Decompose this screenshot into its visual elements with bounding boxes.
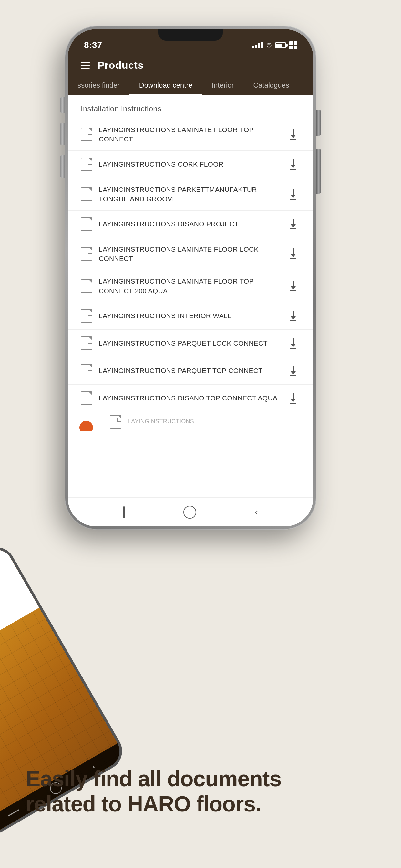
- status-icons: ⊜: [252, 41, 297, 50]
- bottom-nav: ‹: [68, 497, 313, 526]
- document-icon: [81, 309, 92, 322]
- tagline: Easily find all documents related to HAR…: [26, 766, 375, 816]
- download-button[interactable]: [286, 391, 300, 405]
- document-icon: [81, 158, 92, 171]
- wifi-icon: ⊜: [266, 41, 272, 50]
- phone-main: 8:37 ⊜: [65, 26, 316, 530]
- nav-home-icon[interactable]: [183, 506, 196, 519]
- battery-icon: [275, 42, 286, 48]
- list-item: LAYINGINSTRUCTIONS LAMINATE FLOOR TOP CO…: [68, 270, 313, 302]
- content-area[interactable]: Installation instructions LAYINGINSTRUCT…: [68, 95, 313, 497]
- page-title: Products: [97, 59, 144, 71]
- document-list: LAYINGINSTRUCTIONS LAMINATE FLOOR TOP CO…: [68, 119, 313, 431]
- document-name: LAYINGINSTRUCTIONS PARKETTMANUFAKTUR TON…: [99, 185, 280, 204]
- hamburger-menu-button[interactable]: [81, 62, 90, 69]
- app-header: Products: [68, 55, 313, 76]
- document-name: LAYINGINSTRUCTIONS CORK FLOOR: [99, 159, 280, 169]
- tab-catalogues[interactable]: Catalogues: [243, 76, 299, 95]
- list-item: LAYINGINSTRUCTIONS PARKETTMANUFAKTUR TON…: [68, 178, 313, 211]
- document-icon: [81, 337, 92, 350]
- document-name: LAYINGINSTRUCTIONS DISANO TOP CONNECT AQ…: [99, 393, 280, 403]
- list-item-partial: LAYINGINSTRUCTIONS...: [68, 412, 313, 431]
- document-icon: [110, 415, 121, 429]
- nav-lines-icon: [7, 809, 19, 817]
- phone-screen: 8:37 ⊜: [68, 29, 313, 526]
- nav-lines-icon: [123, 506, 125, 518]
- document-name: LAYINGINSTRUCTIONS LAMINATE FLOOR LOCK C…: [99, 244, 280, 264]
- tagline-line2: related to HARO floors.: [26, 792, 261, 816]
- download-button[interactable]: [286, 309, 300, 323]
- list-item: LAYINGINSTRUCTIONS LAMINATE FLOOR LOCK C…: [68, 238, 313, 270]
- download-button[interactable]: [286, 127, 300, 142]
- document-icon: [81, 279, 92, 293]
- list-item: LAYINGINSTRUCTIONS INTERIOR WALL: [68, 302, 313, 330]
- document-name: LAYINGINSTRUCTIONS DISANO PROJECT: [99, 219, 280, 228]
- download-button[interactable]: [286, 336, 300, 350]
- document-icon: [81, 364, 92, 377]
- list-item: LAYINGINSTRUCTIONS CORK FLOOR: [68, 151, 313, 178]
- tab-download-centre[interactable]: Download centre: [129, 76, 202, 95]
- notch: [158, 29, 223, 41]
- tab-interior[interactable]: Interior: [202, 76, 243, 95]
- download-button[interactable]: [286, 247, 300, 261]
- tab-accessories-finder[interactable]: ssories finder: [68, 76, 129, 95]
- document-name: LAYINGINSTRUCTIONS LAMINATE FLOOR TOP CO…: [99, 125, 280, 144]
- tagline-line1: Easily find all documents: [26, 766, 281, 791]
- download-button[interactable]: [286, 157, 300, 172]
- list-item: LAYINGINSTRUCTIONS PARQUET LOCK CONNECT: [68, 330, 313, 357]
- document-icon: [81, 217, 92, 231]
- list-item: LAYINGINSTRUCTIONS DISANO TOP CONNECT AQ…: [68, 384, 313, 412]
- volume-down-button[interactable]: [60, 155, 65, 178]
- document-icon: [81, 128, 92, 141]
- download-button[interactable]: [286, 187, 300, 201]
- header-top: Products: [81, 59, 300, 71]
- document-icon: [81, 247, 92, 260]
- document-name: LAYINGINSTRUCTIONS INTERIOR WALL: [99, 311, 280, 320]
- download-button[interactable]: [286, 364, 300, 378]
- status-time: 8:37: [84, 40, 102, 51]
- status-bar: 8:37 ⊜: [68, 29, 313, 55]
- list-item: LAYINGINSTRUCTIONS LAMINATE FLOOR TOP CO…: [68, 119, 313, 151]
- document-name: LAYINGINSTRUCTIONS PARQUET LOCK CONNECT: [99, 338, 280, 348]
- silent-button[interactable]: [60, 97, 65, 113]
- document-name: LAYINGINSTRUCTIONS LAMINATE FLOOR TOP CO…: [99, 276, 280, 296]
- document-icon: [81, 392, 92, 405]
- tab-bar: ssories finder Download centre Interior …: [68, 76, 313, 95]
- document-name: LAYINGINSTRUCTIONS PARQUET TOP CONNECT: [99, 366, 280, 375]
- document-name: LAYINGINSTRUCTIONS...: [128, 417, 300, 426]
- download-button[interactable]: [286, 279, 300, 293]
- signal-bars-icon: [252, 42, 263, 49]
- list-item: LAYINGINSTRUCTIONS DISANO PROJECT: [68, 211, 313, 238]
- list-item: LAYINGINSTRUCTIONS PARQUET TOP CONNECT: [68, 357, 313, 384]
- battery-fill: [276, 43, 282, 47]
- section-title: Installation instructions: [68, 95, 313, 119]
- download-button[interactable]: [286, 217, 300, 231]
- qr-icon: [289, 41, 297, 49]
- nav-back-icon[interactable]: ‹: [255, 507, 258, 517]
- document-icon: [81, 187, 92, 201]
- volume-up-button[interactable]: [60, 123, 65, 145]
- orange-dot-indicator: [80, 421, 93, 431]
